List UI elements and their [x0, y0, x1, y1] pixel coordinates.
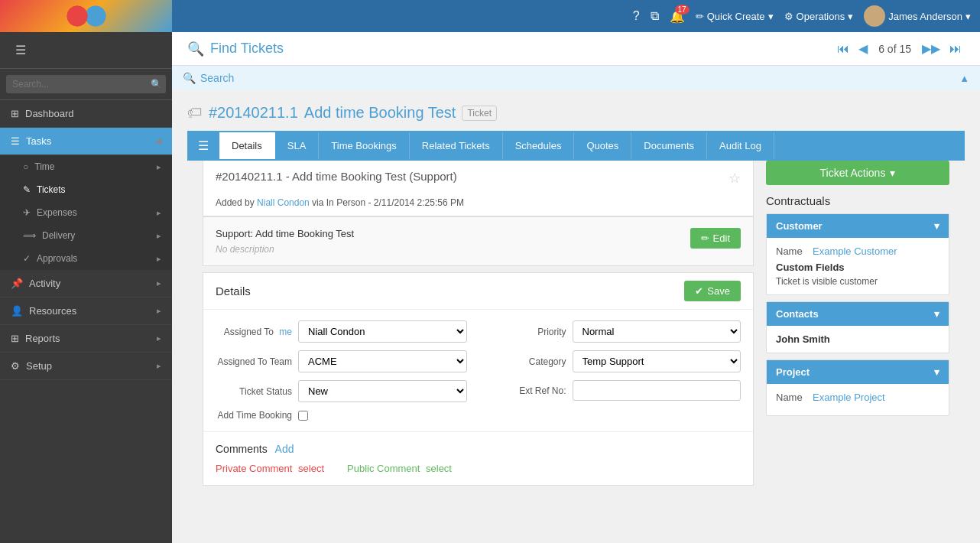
form-left: Assigned To me Niall Condon Assigned To …	[216, 320, 467, 421]
tab-sla[interactable]: SLA	[275, 132, 320, 159]
search-input[interactable]	[6, 75, 166, 93]
edit-button[interactable]: ✏ Edit	[690, 228, 741, 249]
add-time-booking-label: Add Time Booking	[216, 410, 292, 421]
search-icon: 🔍	[151, 79, 162, 89]
assigned-team-select[interactable]: ACME	[298, 350, 467, 372]
priority-select[interactable]: Low Normal High Critical	[573, 320, 741, 343]
search-label[interactable]: Search	[200, 72, 234, 84]
tab-quotes[interactable]: Quotes	[574, 132, 631, 159]
category-select[interactable]: General Temp Support Technical	[573, 350, 741, 372]
sidebar-item-resources[interactable]: 👤 Resources ▸	[0, 298, 172, 325]
sidebar-item-setup[interactable]: ⚙ Setup ▸	[0, 353, 172, 380]
dashboard-icon: ⊞	[11, 108, 19, 119]
search-bar-inner: 🔍 Search	[183, 72, 234, 84]
sidebar-item-tickets[interactable]: ✎ Tickets	[0, 178, 172, 201]
assigned-team-row: Assigned To Team ACME	[216, 350, 467, 372]
tab-details[interactable]: Details	[219, 132, 275, 159]
sidebar-item-tasks[interactable]: ☰ Tasks ◀	[0, 128, 172, 155]
sidebar-item-approvals[interactable]: ✓ Approvals ▸	[0, 247, 172, 270]
activity-icon: 📌	[11, 278, 23, 289]
chevron-left-icon: ◀	[155, 136, 161, 146]
customer-section-header[interactable]: Customer ▾	[767, 214, 949, 238]
delivery-icon: ⟹	[23, 230, 36, 241]
via-label: via In Person	[312, 197, 365, 208]
chevron-right-icon: ▸	[157, 162, 161, 172]
sidebar-item-reports[interactable]: ⊞ Reports ▸	[0, 325, 172, 353]
save-button[interactable]: ✔ Save	[684, 281, 741, 301]
customer-name-link[interactable]: Example Customer	[813, 245, 897, 257]
ext-ref-row: Ext Ref No:	[490, 380, 741, 401]
priority-label: Priority	[490, 327, 566, 337]
search-collapse-icon[interactable]: ▲	[959, 73, 969, 84]
sidebar-item-expenses[interactable]: ✈ Expenses ▸	[0, 201, 172, 224]
tab-documents[interactable]: Documents	[631, 132, 707, 159]
customer-name-label: Name	[776, 245, 806, 257]
private-comment: Private Comment select	[216, 463, 324, 474]
ticket-date: 2/11/2014 2:25:56 PM	[374, 197, 464, 208]
copy-icon[interactable]: ⧉	[651, 9, 659, 23]
chevron-down-icon: ▾	[934, 308, 939, 320]
sidebar-item-delivery[interactable]: ⟹ Delivery ▸	[0, 224, 172, 247]
sidebar-item-activity[interactable]: 📌 Activity ▸	[0, 270, 172, 298]
prev-page-btn[interactable]: ◀	[855, 40, 871, 57]
user-menu-btn[interactable]: James Anderson ▾	[864, 5, 971, 27]
pagination: ⏮ ◀ 6 of 15 ▶▶ ⏭	[834, 40, 965, 57]
quick-create-btn[interactable]: ✏ Quick Create ▾	[696, 11, 774, 22]
operations-btn[interactable]: ⚙ Operations ▾	[784, 11, 854, 22]
add-time-booking-row: Add Time Booking	[216, 410, 467, 421]
project-section-header[interactable]: Project ▾	[767, 360, 949, 384]
public-comment: Public Comment select	[347, 463, 452, 474]
tab-time-bookings[interactable]: Time Bookings	[319, 132, 410, 159]
sidebar-item-label: Resources	[29, 305, 76, 317]
ticket-header: 🏷 #20140211.1 Add time Booking Test Tick…	[172, 98, 980, 131]
help-icon[interactable]: ?	[633, 9, 640, 23]
assigned-to-select[interactable]: Niall Condon	[298, 320, 467, 343]
customer-name-field: Name Example Customer	[776, 245, 939, 257]
main-topbar: 🔍 Find Tickets ⏮ ◀ 6 of 15 ▶▶ ⏭	[172, 32, 980, 66]
ticket-full-title-id: #20140211.1 - Add time Booking Test	[216, 170, 406, 183]
setup-icon: ⚙	[11, 360, 20, 372]
time-icon: ○	[23, 161, 28, 172]
comments-section: Comments Add Private Comment select Publ…	[203, 431, 753, 485]
description-text: No description	[216, 244, 354, 255]
sidebar-menu-icon[interactable]: ☰	[6, 37, 35, 63]
tab-related-tickets[interactable]: Related Tickets	[410, 132, 503, 159]
gear-icon: ⚙	[784, 11, 793, 22]
assigned-to-me-link[interactable]: me	[279, 327, 292, 337]
added-by-link[interactable]: Niall Condon	[257, 197, 310, 208]
priority-row: Priority Low Normal High Critical	[490, 320, 741, 343]
pagination-text: 6 of 15	[878, 43, 911, 55]
ticket-status-label: Ticket Status	[216, 386, 292, 397]
ext-ref-input[interactable]	[573, 380, 741, 401]
first-page-btn[interactable]: ⏮	[834, 41, 852, 57]
star-icon[interactable]: ☆	[729, 170, 741, 187]
avatar	[864, 5, 885, 27]
ticket-status-select[interactable]: New Open Pending Resolved Closed	[298, 380, 467, 402]
sidebar-item-dashboard[interactable]: ⊞ Dashboard	[0, 100, 172, 128]
chevron-right-icon: ▸	[157, 306, 161, 316]
contacts-section-header[interactable]: Contacts ▾	[767, 302, 949, 326]
comment-links: Private Comment select Public Comment se…	[216, 463, 741, 474]
public-comment-select[interactable]: select	[426, 463, 452, 474]
ticket-title-section: #20140211.1 - Add time Booking Test (Sup…	[203, 161, 754, 216]
tabs-menu-icon[interactable]: ☰	[187, 131, 219, 161]
next-page-btn[interactable]: ▶▶	[919, 40, 943, 57]
logo[interactable]	[0, 0, 172, 32]
comments-title: Comments	[216, 443, 268, 455]
comments-add-link[interactable]: Add	[275, 443, 294, 455]
project-name-link[interactable]: Example Project	[813, 392, 885, 403]
private-comment-select[interactable]: select	[298, 463, 324, 474]
add-time-booking-checkbox[interactable]	[298, 411, 308, 421]
sidebar-item-label: Tasks	[26, 135, 51, 147]
right-panel: Ticket Actions ▾ Contractuals Customer ▾…	[766, 161, 949, 486]
sidebar-item-time[interactable]: ○ Time ▸	[0, 155, 172, 178]
tab-audit-log[interactable]: Audit Log	[707, 132, 774, 159]
sidebar-sub-label: Approvals	[37, 253, 77, 264]
chevron-right-icon: ▸	[157, 208, 161, 218]
tab-schedules[interactable]: Schedules	[503, 132, 575, 159]
ticket-actions-btn[interactable]: Ticket Actions ▾	[766, 161, 949, 185]
last-page-btn[interactable]: ⏭	[946, 41, 965, 57]
tabs-bar: ☰ Details SLA Time Bookings Related Tick…	[187, 131, 965, 161]
quick-create-label: Quick Create	[707, 11, 765, 22]
notifications-btn[interactable]: 🔔17	[670, 9, 685, 24]
